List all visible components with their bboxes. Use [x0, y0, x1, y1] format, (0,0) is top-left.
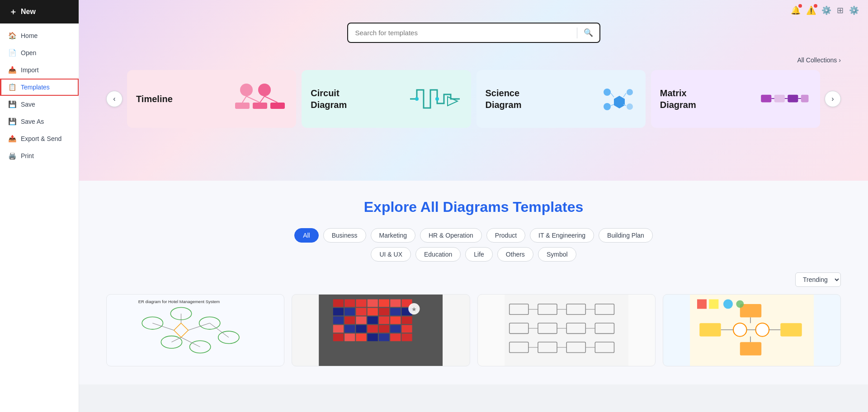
search-container: 🔍 [106, 23, 841, 43]
search-button[interactable]: 🔍 [577, 23, 599, 42]
filter-education[interactable]: Education [415, 247, 461, 262]
svg-point-13 [604, 89, 611, 96]
matrix-grid-preview: /* grid drawn below */ [292, 295, 469, 366]
svg-text:ER diagram for Hotel Managemen: ER diagram for Hotel Management System [138, 299, 220, 304]
template-card-system[interactable] [663, 294, 841, 366]
sidebar-item-save-as[interactable]: 💾 Save As [0, 113, 79, 130]
template-card-er-hotel[interactable]: ER diagram for Hotel Management System [106, 294, 284, 366]
svg-rect-47 [368, 300, 378, 307]
sidebar-item-save[interactable]: 💾 Save [0, 96, 79, 113]
svg-point-118 [736, 300, 744, 308]
filter-row-1: All Business Marketing HR & Operation Pr… [106, 228, 841, 243]
sidebar: ＋ New 🏠 Home 📄 Open 📥 Import 📋 Templates… [0, 0, 79, 412]
svg-rect-22 [774, 95, 785, 103]
sidebar-item-open-label: Open [21, 49, 36, 56]
svg-rect-24 [801, 95, 809, 103]
svg-rect-76 [379, 333, 389, 341]
hero-section: 🔍 All Collections › ‹ Timeline [79, 0, 868, 181]
svg-rect-106 [740, 342, 761, 355]
svg-rect-70 [390, 325, 401, 332]
new-label: New [21, 8, 36, 16]
svg-rect-4 [270, 103, 285, 109]
all-collections-link[interactable]: All Collections › [797, 56, 841, 64]
svg-rect-49 [390, 300, 401, 307]
plus-icon: ＋ [9, 6, 17, 17]
template-card-circuit[interactable]: Circuit Diagram [302, 70, 471, 128]
sidebar-item-templates-label: Templates [21, 84, 50, 91]
filter-symbol[interactable]: Symbol [538, 247, 576, 262]
filter-building[interactable]: Building Plan [599, 228, 653, 243]
template-card-matrix-grid[interactable]: /* grid drawn below */ [292, 294, 470, 366]
svg-rect-104 [699, 323, 721, 336]
sidebar-item-print[interactable]: 🖨️ Print [0, 147, 79, 164]
template-card-matrix[interactable]: Matrix Diagram [651, 70, 820, 128]
svg-point-14 [627, 89, 633, 95]
filter-row-2: UI & UX Education Life Others Symbol [106, 247, 841, 262]
template-card-science[interactable]: Science Diagram [476, 70, 646, 128]
svg-rect-45 [344, 300, 355, 307]
svg-point-16 [604, 103, 611, 110]
explore-colored-text: All Diagrams Templates [420, 199, 583, 215]
svg-marker-12 [614, 96, 625, 108]
filter-marketing[interactable]: Marketing [371, 228, 415, 243]
carousel-prev-button[interactable]: ‹ [106, 91, 123, 107]
sidebar-item-export[interactable]: 📤 Export & Send [0, 130, 79, 147]
svg-point-10 [435, 97, 439, 101]
filter-product[interactable]: Product [486, 228, 525, 243]
topbar: 🔔 ⚠️ ⚙️ ⊞ ⚙️ [782, 0, 868, 21]
sidebar-item-open[interactable]: 📄 Open [0, 44, 79, 61]
svg-rect-52 [344, 308, 355, 315]
svg-point-109 [755, 323, 769, 336]
svg-rect-62 [379, 316, 389, 324]
sidebar-item-home[interactable]: 🏠 Home [0, 27, 79, 44]
template-grid: ER diagram for Hotel Management System [106, 294, 841, 366]
home-icon: 🏠 [8, 32, 16, 40]
filter-hr[interactable]: HR & Operation [420, 228, 482, 243]
svg-rect-51 [333, 308, 344, 315]
sidebar-item-templates[interactable]: 📋 Templates [0, 79, 79, 96]
notification-icon[interactable]: 🔔 [791, 5, 801, 15]
template-card-timeline[interactable]: Timeline [127, 70, 296, 128]
filter-others[interactable]: Others [497, 247, 533, 262]
svg-line-18 [623, 93, 626, 97]
svg-line-7 [260, 96, 264, 103]
settings-icon[interactable]: ⚙️ [849, 5, 859, 15]
warning-icon[interactable]: ⚠️ [806, 5, 816, 15]
template-card-circuit-flow[interactable] [477, 294, 656, 366]
apps-icon[interactable]: ⚙️ [821, 5, 831, 15]
er-diagram-preview: ER diagram for Hotel Management System [107, 295, 284, 366]
sort-select[interactable]: Trending Newest Popular [795, 272, 841, 287]
sidebar-item-import-label: Import [21, 66, 39, 74]
new-button[interactable]: ＋ New [0, 0, 79, 23]
main-content: 🔔 ⚠️ ⚙️ ⊞ ⚙️ 🔍 All Collections › ‹ [79, 0, 868, 412]
svg-rect-28 [136, 297, 255, 363]
search-input[interactable] [348, 23, 577, 42]
grid-icon[interactable]: ⊞ [837, 5, 844, 15]
filter-all[interactable]: All [294, 228, 319, 243]
templates-icon: 📋 [8, 83, 16, 91]
explore-plain-text: Explore [364, 199, 420, 215]
sidebar-item-import[interactable]: 📥 Import [0, 61, 79, 79]
svg-rect-116 [709, 300, 718, 309]
svg-rect-54 [368, 308, 378, 315]
svg-rect-78 [402, 333, 412, 341]
svg-rect-48 [379, 300, 389, 307]
sidebar-item-export-label: Export & Send [21, 135, 61, 142]
filter-ui[interactable]: UI & UX [371, 247, 411, 262]
chevron-right-icon: › [839, 56, 841, 64]
svg-rect-107 [780, 323, 802, 336]
timeline-graphic [233, 81, 287, 117]
explore-title: Explore All Diagrams Templates [106, 199, 841, 215]
save-as-icon: 💾 [8, 117, 16, 126]
svg-point-0 [240, 84, 253, 96]
svg-line-8 [264, 96, 278, 103]
sidebar-item-save-label: Save [21, 101, 35, 108]
print-icon: 🖨️ [8, 152, 16, 160]
filter-it[interactable]: IT & Engineering [530, 228, 594, 243]
svg-rect-60 [356, 316, 367, 324]
filter-business[interactable]: Business [323, 228, 366, 243]
filter-life[interactable]: Life [465, 247, 493, 262]
svg-rect-56 [390, 308, 401, 315]
carousel-next-button[interactable]: › [825, 91, 841, 107]
svg-rect-2 [235, 103, 250, 109]
